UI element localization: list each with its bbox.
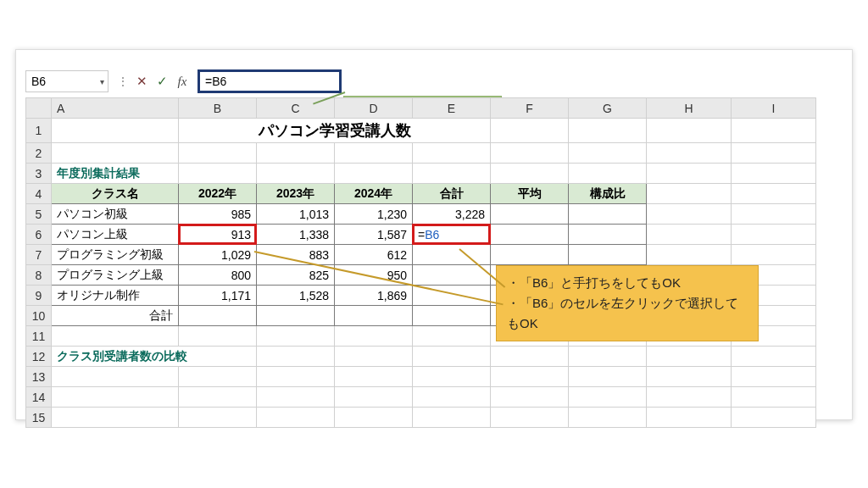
callout-line1: ・「B6」と手打ちをしてもOK bbox=[507, 273, 748, 293]
spreadsheet-grid[interactable]: A B C D E F G H I 1 パソコン学習受講人数 2 3 年度別集計… bbox=[25, 97, 816, 428]
cell-C6[interactable]: 1,338 bbox=[257, 225, 335, 245]
cell-A6[interactable]: パソコン上級 bbox=[52, 225, 179, 245]
cell-A1[interactable] bbox=[52, 119, 179, 143]
fx-icon[interactable]: fx bbox=[172, 71, 192, 92]
col-head-F[interactable]: F bbox=[491, 98, 569, 119]
cell-E9[interactable] bbox=[413, 286, 491, 306]
chevron-down-icon[interactable]: ▾ bbox=[100, 77, 104, 86]
row-head-4[interactable]: 4 bbox=[26, 184, 52, 204]
callout-instruction: ・「B6」と手打ちをしてもOK ・「B6」のセルを左クリックで選択してもOK bbox=[496, 265, 759, 341]
hdr-class[interactable]: クラス名 bbox=[52, 184, 179, 204]
row-head-12[interactable]: 12 bbox=[26, 347, 52, 367]
cell-D5[interactable]: 1,230 bbox=[335, 204, 413, 225]
formula-input[interactable]: =B6 bbox=[198, 69, 342, 93]
formula-input-value: =B6 bbox=[205, 75, 226, 88]
cell-D10[interactable] bbox=[335, 306, 413, 326]
enter-icon[interactable]: ✓ bbox=[152, 71, 172, 92]
row-head-7[interactable]: 7 bbox=[26, 245, 52, 265]
cell-G5[interactable] bbox=[569, 204, 647, 225]
formula-bar-icons: ⋮ ✕ ✓ fx bbox=[117, 71, 192, 92]
cell-B6[interactable]: 913 bbox=[179, 225, 257, 245]
cell-A8[interactable]: プログラミング上級 bbox=[52, 265, 179, 286]
cell-H1[interactable] bbox=[647, 119, 732, 143]
select-all-corner[interactable] bbox=[26, 98, 52, 119]
hdr-avg[interactable]: 平均 bbox=[491, 184, 569, 204]
hdr-total[interactable]: 合計 bbox=[413, 184, 491, 204]
cell-B8[interactable]: 800 bbox=[179, 265, 257, 286]
cell-F1[interactable] bbox=[491, 119, 569, 143]
row-head-11[interactable]: 11 bbox=[26, 326, 52, 347]
row-head-13[interactable]: 13 bbox=[26, 367, 52, 387]
col-head-I[interactable]: I bbox=[732, 98, 816, 119]
cancel-icon[interactable]: ✕ bbox=[131, 71, 152, 92]
cell-C10[interactable] bbox=[257, 306, 335, 326]
cell-E6-eq: = bbox=[418, 228, 425, 241]
cell-F6[interactable] bbox=[491, 225, 569, 245]
cell-A7[interactable]: プログラミング初級 bbox=[52, 245, 179, 265]
col-head-E[interactable]: E bbox=[413, 98, 491, 119]
title-cell[interactable]: パソコン学習受講人数 bbox=[179, 119, 491, 143]
row-head-3[interactable]: 3 bbox=[26, 164, 52, 184]
hdr-ratio[interactable]: 構成比 bbox=[569, 184, 647, 204]
col-head-D[interactable]: D bbox=[335, 98, 413, 119]
section2-label[interactable]: クラス別受講者数の比較 bbox=[52, 347, 257, 367]
cell-E6-ref: B6 bbox=[425, 228, 439, 241]
cell-B5[interactable]: 985 bbox=[179, 204, 257, 225]
cell-E7[interactable] bbox=[413, 245, 491, 265]
col-head-G[interactable]: G bbox=[569, 98, 647, 119]
cell-C5[interactable]: 1,013 bbox=[257, 204, 335, 225]
cell-D7[interactable]: 612 bbox=[335, 245, 413, 265]
name-box[interactable]: B6 ▾ bbox=[25, 70, 108, 92]
row-head-6[interactable]: 6 bbox=[26, 225, 52, 245]
cell-A10[interactable]: 合計 bbox=[52, 306, 179, 326]
col-head-C[interactable]: C bbox=[257, 98, 335, 119]
cell-C8[interactable]: 825 bbox=[257, 265, 335, 286]
row-head-1[interactable]: 1 bbox=[26, 119, 52, 143]
cell-A14[interactable] bbox=[52, 387, 179, 408]
hdr-2023[interactable]: 2023年 bbox=[257, 184, 335, 204]
cell-G1[interactable] bbox=[569, 119, 647, 143]
cell-F7[interactable] bbox=[491, 245, 569, 265]
hdr-2022[interactable]: 2022年 bbox=[179, 184, 257, 204]
row-head-8[interactable]: 8 bbox=[26, 265, 52, 286]
formula-bar-separator: ⋮ bbox=[117, 75, 129, 88]
formula-bar: B6 ▾ ⋮ ✕ ✓ fx =B6 bbox=[25, 69, 843, 93]
hdr-2024[interactable]: 2024年 bbox=[335, 184, 413, 204]
name-box-value: B6 bbox=[31, 75, 46, 88]
callout-line2: ・「B6」のセルを左クリックで選択してもOK bbox=[507, 293, 748, 334]
cell-G6[interactable] bbox=[569, 225, 647, 245]
cell-E8[interactable] bbox=[413, 265, 491, 286]
cell-A11[interactable] bbox=[52, 326, 179, 347]
cell-D8[interactable]: 950 bbox=[335, 265, 413, 286]
cell-B7[interactable]: 1,029 bbox=[179, 245, 257, 265]
cell-D9[interactable]: 1,869 bbox=[335, 286, 413, 306]
cell-A9[interactable]: オリジナル制作 bbox=[52, 286, 179, 306]
col-head-B[interactable]: B bbox=[179, 98, 257, 119]
row-head-5[interactable]: 5 bbox=[26, 204, 52, 225]
cell-E6-editing[interactable]: =B6 bbox=[413, 225, 491, 245]
cell-C7[interactable]: 883 bbox=[257, 245, 335, 265]
col-head-H[interactable]: H bbox=[647, 98, 732, 119]
row-head-15[interactable]: 15 bbox=[26, 408, 52, 428]
cell-A2[interactable] bbox=[52, 143, 179, 164]
section1-label[interactable]: 年度別集計結果 bbox=[52, 164, 179, 184]
cell-D6[interactable]: 1,587 bbox=[335, 225, 413, 245]
cell-B9[interactable]: 1,171 bbox=[179, 286, 257, 306]
cell-I1[interactable] bbox=[732, 119, 816, 143]
cell-B10[interactable] bbox=[179, 306, 257, 326]
cell-F5[interactable] bbox=[491, 204, 569, 225]
row-head-10[interactable]: 10 bbox=[26, 306, 52, 326]
col-head-A[interactable]: A bbox=[52, 98, 179, 119]
cell-G7[interactable] bbox=[569, 245, 647, 265]
row-head-9[interactable]: 9 bbox=[26, 286, 52, 306]
cell-C9[interactable]: 1,528 bbox=[257, 286, 335, 306]
cell-E5[interactable]: 3,228 bbox=[413, 204, 491, 225]
cell-A13[interactable] bbox=[52, 367, 179, 387]
row-head-14[interactable]: 14 bbox=[26, 387, 52, 408]
cell-A5[interactable]: パソコン初級 bbox=[52, 204, 179, 225]
row-head-2[interactable]: 2 bbox=[26, 143, 52, 164]
cell-E10[interactable] bbox=[413, 306, 491, 326]
